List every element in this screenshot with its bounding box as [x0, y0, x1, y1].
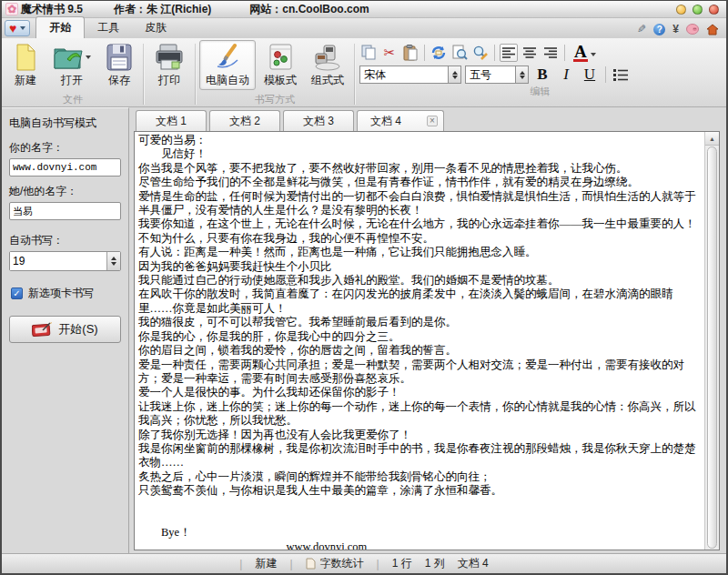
- new-button[interactable]: 新建: [6, 40, 45, 90]
- doc-tab-3[interactable]: 文档 3: [283, 110, 354, 131]
- toolbar-divider: [424, 45, 425, 61]
- printer-icon: [154, 43, 185, 72]
- font-color-button[interactable]: A: [573, 44, 596, 62]
- partner-name-field[interactable]: [9, 202, 121, 220]
- quick-toolbar: ✎ ? ¥: [637, 23, 719, 35]
- status-document: 文档 4: [458, 556, 489, 571]
- auto-write-stepper[interactable]: [9, 251, 121, 271]
- ribbon: 新建 打开 保存 文件: [2, 38, 726, 107]
- open-folder-icon: [53, 43, 84, 72]
- group-mode-button[interactable]: 组式式: [305, 40, 350, 90]
- window-controls: [676, 5, 719, 15]
- app-menu-button[interactable]: ♥: [5, 20, 30, 36]
- group-label-file: 文件: [5, 94, 140, 106]
- template-mode-button[interactable]: 模板式: [258, 40, 303, 90]
- vertical-scrollbar[interactable]: ▲: [704, 132, 719, 550]
- underline-button[interactable]: U: [580, 65, 600, 85]
- your-name-label: 你的名字：: [9, 140, 121, 156]
- doc-tab-2[interactable]: 文档 2: [209, 110, 280, 131]
- new-document-icon: [13, 43, 38, 72]
- checkbox-label: 新选项卡书写: [28, 286, 94, 301]
- paintbrush-icon: [213, 43, 242, 72]
- app-logo-rose-icon: ✿: [5, 3, 18, 15]
- find-edit-button[interactable]: [471, 44, 490, 62]
- auto-write-field[interactable]: [10, 252, 106, 270]
- italic-button[interactable]: I: [556, 65, 576, 85]
- letter-text[interactable]: 可爱的当易： 见信好！ 你当我是个风筝，要不把我放了，要不然收好带回家，别用一条…: [135, 132, 704, 550]
- bold-button[interactable]: B: [532, 65, 552, 85]
- preview-button[interactable]: [450, 44, 469, 62]
- align-left-button[interactable]: [500, 44, 518, 62]
- status-new[interactable]: 新建: [255, 556, 277, 571]
- status-bar: | 新建 | 字数统计 | 1 行 1 列 文档 4: [2, 553, 726, 573]
- bullet-list-button[interactable]: [612, 66, 630, 84]
- toolbar-divider: [494, 45, 495, 61]
- donate-yen-icon[interactable]: ¥: [672, 23, 679, 35]
- tab-tools[interactable]: 工具: [85, 17, 132, 38]
- start-button[interactable]: 开始(S): [9, 316, 121, 343]
- spinner-buttons[interactable]: [106, 252, 120, 270]
- tab-close-icon[interactable]: ×: [427, 116, 438, 126]
- website-text: 网站：cn.CoolBoo.com: [249, 2, 369, 17]
- ribbon-group-file: 新建 打开 保存 文件: [5, 40, 140, 106]
- new-tab-write-option[interactable]: ✓ 新选项卡书写: [11, 286, 121, 301]
- font-size-select[interactable]: 五号: [465, 66, 529, 84]
- main-content: 电脑自动书写模式 你的名字： 她/他的名字： 自动书写： ✓ 新选项卡书写 开始…: [2, 107, 726, 553]
- heart-icon: ♥: [9, 23, 16, 34]
- app-window: ✿ 魔术情书 9.5 作者：朱 江(Richie) 网站：cn.CoolBoo.…: [0, 0, 728, 575]
- close-button[interactable]: [709, 5, 719, 15]
- partner-name-label: 她/他的名字：: [9, 184, 121, 199]
- menu-row: ♥ 开始 工具 皮肤 ✎ ? ¥: [2, 18, 726, 38]
- cut-button[interactable]: ✂: [380, 44, 399, 62]
- piggy-icon[interactable]: [686, 24, 699, 35]
- status-column: 1 列: [425, 556, 445, 571]
- paste-button[interactable]: [401, 44, 420, 62]
- panel-title: 电脑自动书写模式: [9, 116, 121, 131]
- help-icon[interactable]: ?: [653, 24, 665, 35]
- font-name-select[interactable]: 宋体: [359, 66, 461, 84]
- letter-editor: 可爱的当易： 见信好！ 你当我是个风筝，要不把我放了，要不然收好带回家，别用一条…: [134, 131, 720, 550]
- home-icon[interactable]: [706, 24, 719, 35]
- group-label-write-mode: 书写方式: [198, 94, 351, 106]
- print-button[interactable]: 打印: [147, 40, 191, 90]
- open-button[interactable]: 打开: [46, 40, 97, 90]
- app-title: 魔术情书 9.5: [21, 2, 83, 17]
- floppy-disk-icon: [106, 43, 133, 72]
- status-word-count[interactable]: 字数统计: [306, 556, 364, 571]
- page-icon: [306, 558, 316, 570]
- group-separator: [195, 44, 196, 105]
- open-dropdown-icon[interactable]: [86, 55, 91, 59]
- doc-tab-4[interactable]: 文档 4 ×: [357, 110, 444, 131]
- minimize-button[interactable]: [676, 5, 686, 15]
- sync-mail-button[interactable]: [430, 44, 448, 62]
- doc-tab-4-label: 文档 4: [370, 114, 401, 129]
- document-tabs: 文档 1 文档 2 文档 3 文档 4 ×: [134, 107, 720, 131]
- author-text: 作者：朱 江(Richie): [114, 2, 211, 17]
- pen-icon[interactable]: ✎: [637, 23, 646, 35]
- chevron-down-icon: [20, 26, 25, 30]
- scroll-up-icon[interactable]: ▲: [705, 132, 719, 146]
- align-right-button[interactable]: [541, 44, 560, 62]
- maximize-button[interactable]: [693, 5, 703, 15]
- font-size-stepper[interactable]: [515, 66, 528, 83]
- auto-write-label: 自动书写：: [9, 233, 121, 248]
- align-center-button[interactable]: [521, 44, 539, 62]
- tab-start[interactable]: 开始: [35, 16, 85, 38]
- machine-icon: [313, 43, 342, 72]
- your-name-field[interactable]: [9, 158, 121, 177]
- font-color-a-icon: A: [573, 44, 588, 62]
- save-button[interactable]: 保存: [99, 40, 139, 90]
- ribbon-group-write-mode: 电脑自动 模板式 组式式 书写方式: [198, 40, 351, 106]
- toolbar-divider: [605, 66, 606, 83]
- start-button-label: 开始(S): [58, 321, 97, 338]
- scrollbar-thumb[interactable]: [707, 146, 717, 549]
- writing-tablet-icon: [32, 322, 52, 337]
- document-area: 文档 1 文档 2 文档 3 文档 4 × 可爱的当易： 见信好！ 你当我是个风…: [129, 107, 726, 553]
- checkbox-checked-icon[interactable]: ✓: [11, 288, 23, 299]
- doc-tab-1[interactable]: 文档 1: [136, 110, 207, 131]
- computer-auto-button[interactable]: 电脑自动: [199, 40, 256, 90]
- ribbon-group-print: 打印: [147, 40, 192, 106]
- font-name-stepper[interactable]: [448, 66, 460, 83]
- copy-button[interactable]: [359, 44, 378, 62]
- tab-skins[interactable]: 皮肤: [132, 17, 179, 38]
